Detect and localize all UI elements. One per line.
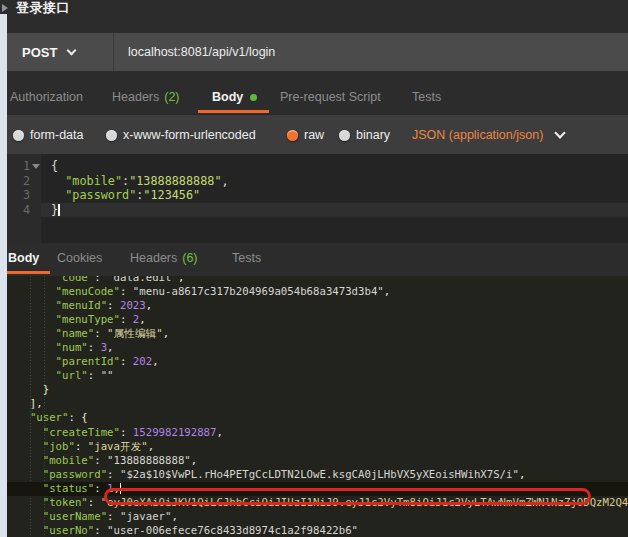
chevron-down-icon bbox=[67, 45, 77, 55]
url-bar: POST localhost:8081/api/v1/login bbox=[7, 33, 628, 71]
response-tab-body[interactable]: Body bbox=[8, 251, 39, 265]
code-line: "mobile": "13888888888", bbox=[17, 454, 628, 468]
chevron-down-icon bbox=[555, 127, 566, 138]
body-mode-label: form-data bbox=[30, 128, 84, 142]
tab-count-badge: (6) bbox=[182, 251, 197, 265]
radio-icon bbox=[106, 130, 117, 141]
code-line: "job": "java开发", bbox=[17, 440, 628, 454]
body-mode-binary[interactable]: binary bbox=[339, 115, 390, 155]
tab-label: Pre-request Script bbox=[280, 90, 381, 104]
code-line: "url": "" bbox=[17, 369, 628, 383]
response-tab-cookies[interactable]: Cookies bbox=[57, 251, 102, 265]
request-json-code: { "mobile":"13888888888", "password":"12… bbox=[51, 159, 628, 217]
tab-label: Headers bbox=[112, 90, 159, 104]
code-line: "mobile":"13888888888", bbox=[51, 174, 628, 189]
tab-label: Tests bbox=[412, 90, 441, 104]
code-line: "userName": "javaer", bbox=[17, 510, 628, 524]
line-number: 3 bbox=[7, 188, 41, 203]
tab-label: Cookies bbox=[57, 251, 102, 265]
code-line: "password": "$2a$10$VwPL.rHo4PETgCcLDTN2… bbox=[17, 468, 628, 482]
request-title-bar: 登录接口 bbox=[0, 0, 70, 16]
code-line: ], bbox=[17, 397, 628, 411]
radio-selected-icon bbox=[287, 130, 298, 141]
request-tab-authorization[interactable]: Authorization bbox=[10, 90, 83, 104]
postman-window: 登录接口 POST localhost:8081/api/v1/login Au… bbox=[0, 0, 628, 537]
body-mode-form-data[interactable]: form-data bbox=[13, 115, 84, 155]
collapse-arrow-icon[interactable] bbox=[2, 4, 8, 12]
editor-gutter: 1234 bbox=[7, 154, 41, 243]
response-tab-headers[interactable]: Headers(6) bbox=[130, 251, 198, 265]
token-annotation-red-box bbox=[104, 488, 591, 505]
response-tabs: BodyCookiesHeaders(6)Tests bbox=[7, 247, 628, 276]
method-label: POST bbox=[22, 45, 57, 60]
request-tab-pre-request-script[interactable]: Pre-request Script bbox=[280, 90, 381, 104]
response-tab-tests[interactable]: Tests bbox=[232, 251, 261, 265]
content-type-label: JSON (application/json) bbox=[412, 128, 543, 142]
body-mode-label: x-www-form-urlencoded bbox=[123, 128, 256, 142]
request-tab-headers[interactable]: Headers(2) bbox=[112, 90, 180, 104]
text-cursor bbox=[58, 204, 60, 216]
request-tabs: AuthorizationHeaders(2)BodyPre-request S… bbox=[7, 80, 628, 114]
tab-label: Body bbox=[8, 251, 39, 265]
line-number: 4 bbox=[7, 203, 41, 218]
method-dropdown[interactable]: POST bbox=[7, 45, 113, 60]
body-mode-label: binary bbox=[356, 128, 390, 142]
code-line: "parentId": 202, bbox=[17, 355, 628, 369]
code-line: "password":"123456" bbox=[51, 188, 628, 203]
active-tab-underline bbox=[7, 271, 50, 274]
body-mode-label: raw bbox=[304, 128, 324, 142]
body-mode-x-www-form-urlencoded[interactable]: x-www-form-urlencoded bbox=[106, 115, 256, 155]
request-tab-body[interactable]: Body bbox=[212, 90, 257, 104]
content-type-dropdown[interactable]: JSON (application/json) bbox=[412, 115, 564, 155]
url-input[interactable]: localhost:8081/api/v1/login bbox=[114, 45, 275, 59]
tab-label: Authorization bbox=[10, 90, 83, 104]
tab-count-badge: (2) bbox=[164, 90, 179, 104]
request-tab-tests[interactable]: Tests bbox=[412, 90, 441, 104]
window-edge-strip bbox=[0, 14, 7, 537]
code-line: "userNo": "user-006efece76c8433d8974c1a2… bbox=[17, 524, 628, 537]
radio-icon bbox=[13, 130, 24, 141]
body-mode-raw[interactable]: raw bbox=[287, 115, 324, 155]
line-number: 1 bbox=[7, 159, 41, 174]
code-line: "name": "属性编辑", bbox=[17, 327, 628, 341]
code-line: "menuCode": "menu-a8617c317b204969a054b6… bbox=[17, 285, 628, 299]
code-line: "menuType": 2, bbox=[17, 313, 628, 327]
green-status-dot-icon bbox=[250, 94, 257, 101]
code-line: } bbox=[17, 383, 628, 397]
line-number: 2 bbox=[7, 174, 41, 189]
tab-label: Headers bbox=[130, 251, 177, 265]
code-line: "user": { bbox=[17, 411, 628, 425]
tab-label: Tests bbox=[232, 251, 261, 265]
request-body-editor[interactable]: 1234 { "mobile":"13888888888", "password… bbox=[7, 154, 628, 243]
active-tab-underline bbox=[198, 110, 269, 113]
response-body-viewer[interactable]: "code": "data.edit", "menuCode": "menu-a… bbox=[7, 276, 628, 537]
code-line: { bbox=[51, 159, 628, 174]
fold-arrow-icon[interactable] bbox=[32, 164, 40, 169]
request-title: 登录接口 bbox=[16, 0, 70, 17]
code-line: "createTime": 1529982192887, bbox=[17, 426, 628, 440]
code-line: "menuId": 2023, bbox=[17, 299, 628, 313]
body-mode-row: form-datax-www-form-urlencodedrawbinary … bbox=[7, 114, 628, 154]
code-line: "num": 3, bbox=[17, 341, 628, 355]
tab-label: Body bbox=[212, 90, 243, 104]
radio-icon bbox=[339, 130, 350, 141]
code-line: "code": "data.edit", bbox=[17, 276, 628, 285]
code-line: } bbox=[51, 203, 628, 218]
